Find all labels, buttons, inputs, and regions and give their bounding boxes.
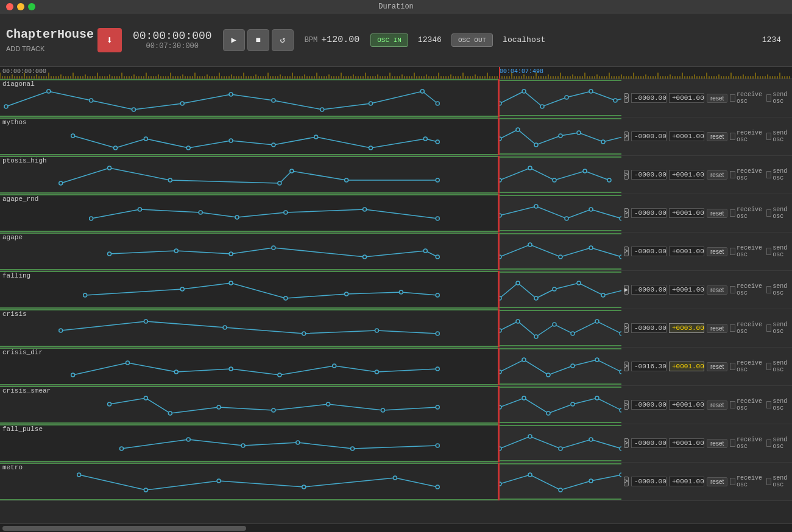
track-receive-osc-checkbox-mythos[interactable]: receive osc [730,130,764,143]
track-left-fall_pulse[interactable]: fall_pulse [0,424,500,462]
track-value-left-agape[interactable]: -0000.00 [631,247,666,256]
track-send-osc-checkbox-agape_rnd[interactable]: send osc [766,206,790,220]
track-send-osc-checkbox-crisis_smear[interactable]: send osc [766,398,790,411]
track-play-arrow-diagonal[interactable]: > [624,93,629,103]
track-value-left-falling[interactable]: -0000.00 [631,285,666,295]
track-left-crisis[interactable]: crisis [0,309,500,347]
track-receive-osc-checkbox-crisis_dir[interactable]: receive osc [730,360,764,373]
receive-osc-check[interactable] [730,248,735,255]
send-osc-check[interactable] [766,248,771,255]
hscroll-thumb[interactable] [2,526,246,531]
track-reset-button-mythos[interactable]: reset [707,132,727,141]
track-value-left-fall_pulse[interactable]: -0000.00 [631,438,666,448]
track-send-osc-checkbox-crisis[interactable]: send osc [766,321,790,335]
track-reset-button-metro[interactable]: reset [707,477,727,486]
add-track-button[interactable]: ADD TRACK [6,45,91,52]
send-osc-check[interactable] [766,401,771,408]
maximize-button[interactable] [28,3,35,10]
track-value-right-crisis_smear[interactable]: +0001.00 [669,400,704,410]
track-value-left-diagonal[interactable]: -0000.00 [631,93,666,103]
track-play-arrow-agape[interactable]: > [624,247,629,256]
timeline-ruler[interactable]: 00:00:00:000 00:04:07:498 [0,67,792,79]
track-reset-button-fall_pulse[interactable]: reset [707,439,727,448]
receive-osc-check[interactable] [730,439,735,447]
send-osc-check[interactable] [766,363,771,370]
track-value-right-crisis_dir[interactable]: +0001.00 [669,362,704,371]
send-osc-check[interactable] [766,133,771,140]
track-left-diagonal[interactable]: diagonal [0,79,500,117]
track-receive-osc-checkbox-crisis[interactable]: receive osc [730,321,764,335]
osc-in-button[interactable]: OSC IN [370,33,408,47]
minimize-button[interactable] [17,3,24,10]
track-value-right-metro[interactable]: +0001.00 [669,477,704,486]
track-reset-button-ptosis_high[interactable]: reset [707,170,727,180]
receive-osc-check[interactable] [730,171,735,178]
track-play-arrow-fall_pulse[interactable]: > [624,438,629,448]
play-button[interactable]: ▶ [223,29,245,51]
track-play-arrow-ptosis_high[interactable]: > [624,170,629,180]
track-play-arrow-crisis_dir[interactable]: > [624,362,629,371]
track-reset-button-crisis[interactable]: reset [707,324,727,333]
track-value-left-ptosis_high[interactable]: -0000.00 [631,170,666,180]
track-send-osc-checkbox-crisis_dir[interactable]: send osc [766,360,790,373]
receive-osc-check[interactable] [730,363,735,370]
receive-osc-check[interactable] [730,286,735,293]
track-play-arrow-mythos[interactable]: > [624,131,629,141]
track-receive-osc-checkbox-crisis_smear[interactable]: receive osc [730,398,764,411]
track-value-right-crisis[interactable]: +0003.00 [669,323,704,333]
track-receive-osc-checkbox-agape[interactable]: receive osc [730,245,764,258]
track-receive-osc-checkbox-agape_rnd[interactable]: receive osc [730,206,764,220]
track-value-right-ptosis_high[interactable]: +0001.00 [669,170,704,180]
receive-osc-check[interactable] [730,94,735,102]
track-receive-osc-checkbox-metro[interactable]: receive osc [730,475,764,488]
track-reset-button-crisis_smear[interactable]: reset [707,401,727,410]
track-send-osc-checkbox-mythos[interactable]: send osc [766,130,790,143]
track-send-osc-checkbox-ptosis_high[interactable]: send osc [766,168,790,181]
track-left-agape[interactable]: agape [0,233,500,270]
track-value-left-metro[interactable]: -0000.00 [631,477,666,486]
track-receive-osc-checkbox-falling[interactable]: receive osc [730,283,764,296]
track-play-arrow-crisis[interactable]: > [624,323,629,333]
track-left-crisis_smear[interactable]: crisis_smear [0,386,500,424]
track-reset-button-falling[interactable]: reset [707,285,727,295]
send-osc-check[interactable] [766,171,771,178]
track-reset-button-agape_rnd[interactable]: reset [707,209,727,218]
track-send-osc-checkbox-fall_pulse[interactable]: send osc [766,436,790,450]
track-value-left-crisis_smear[interactable]: -0000.00 [631,400,666,410]
send-osc-check[interactable] [766,324,771,332]
receive-osc-check[interactable] [730,478,735,485]
track-left-falling[interactable]: falling [0,271,500,309]
send-osc-check[interactable] [766,94,771,102]
track-receive-osc-checkbox-diagonal[interactable]: receive osc [730,91,764,105]
track-send-osc-checkbox-metro[interactable]: send osc [766,475,790,488]
track-receive-osc-checkbox-fall_pulse[interactable]: receive osc [730,436,764,450]
loop-button[interactable]: ↺ [272,29,294,51]
receive-osc-check[interactable] [730,324,735,332]
track-value-left-mythos[interactable]: -0000.00 [631,131,666,141]
track-value-right-agape_rnd[interactable]: +0001.00 [669,208,704,218]
track-send-osc-checkbox-diagonal[interactable]: send osc [766,91,790,105]
track-value-right-agape[interactable]: +0001.00 [669,247,704,256]
send-osc-check[interactable] [766,209,771,217]
stop-button[interactable]: ■ [247,29,269,51]
track-send-osc-checkbox-falling[interactable]: send osc [766,283,790,296]
send-osc-check[interactable] [766,439,771,447]
send-osc-check[interactable] [766,286,771,293]
track-value-left-crisis_dir[interactable]: -0016.30 [631,362,666,371]
track-reset-button-diagonal[interactable]: reset [707,94,727,103]
tracks-container[interactable]: diagonal>-0000.00+0001.00resetreceive os… [0,79,792,523]
receive-osc-check[interactable] [730,209,735,217]
track-left-crisis_dir[interactable]: crisis_dir [0,348,500,385]
track-left-agape_rnd[interactable]: agape_rnd [0,194,500,232]
osc-out-button[interactable]: OSC OUT [451,33,493,47]
track-play-arrow-metro[interactable]: > [624,477,629,486]
track-value-left-agape_rnd[interactable]: -0000.00 [631,208,666,218]
close-button[interactable] [6,3,13,10]
track-receive-osc-checkbox-ptosis_high[interactable]: receive osc [730,168,764,181]
track-left-ptosis_high[interactable]: ptosis_high [0,156,500,194]
download-button[interactable]: ⬇ [97,28,122,52]
track-send-osc-checkbox-agape[interactable]: send osc [766,245,790,258]
bpm-value[interactable]: +120.00 [321,35,359,45]
track-value-right-mythos[interactable]: +0001.00 [669,131,704,141]
track-value-right-falling[interactable]: +0001.00 [669,285,704,295]
